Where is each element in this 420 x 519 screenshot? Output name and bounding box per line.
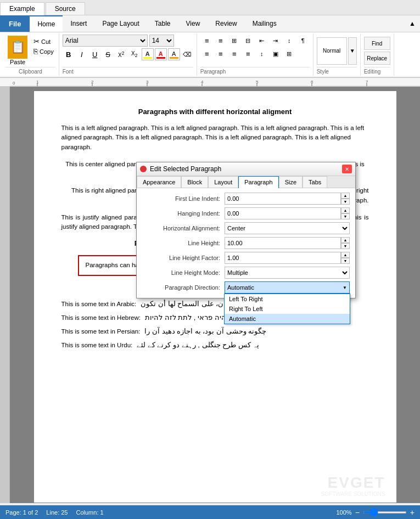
font-color-button[interactable]: A	[142, 48, 154, 60]
first-line-indent-up[interactable]: ▲	[341, 193, 350, 199]
page-indicator: Page: 1 of 2	[5, 509, 38, 516]
left-margin	[0, 87, 10, 503]
pilcrow-button[interactable]: ¶	[296, 35, 310, 47]
align-justify-button[interactable]: ≡	[242, 48, 255, 60]
copy-icon: ⎘	[33, 47, 38, 55]
hanging-indent-up[interactable]: ▲	[341, 207, 350, 213]
svg-text:6: 6	[311, 80, 313, 84]
list-unordered-button[interactable]: ≡	[200, 35, 214, 47]
style-normal-box[interactable]: Normal	[317, 37, 347, 65]
list-ordered-button[interactable]: ≡	[214, 35, 227, 47]
zoom-in-button[interactable]: +	[410, 508, 415, 517]
ribbon-collapse-button[interactable]: ▲	[405, 18, 420, 30]
hanging-indent-down[interactable]: ▼	[341, 213, 350, 219]
dropdown-option-left-to-right[interactable]: Left To Right	[225, 294, 350, 304]
tab-page-layout[interactable]: Page Layout	[94, 15, 147, 32]
highlight-button[interactable]: A	[168, 48, 180, 60]
first-line-indent-down[interactable]: ▼	[341, 199, 350, 205]
tab-source[interactable]: Source	[46, 2, 85, 15]
dialog-tab-tabs[interactable]: Tabs	[303, 176, 327, 188]
bidi-ltr-button[interactable]: ⇥	[269, 35, 282, 47]
hanging-indent-label: Hanging Indent:	[142, 210, 225, 217]
tab-mailings[interactable]: Mailings	[245, 15, 284, 32]
tab-review[interactable]: Review	[208, 15, 244, 32]
line-height-factor-up[interactable]: ▲	[341, 252, 350, 258]
line-height-factor-label: Line Height Factor:	[142, 255, 225, 261]
watermark: EVGET	[328, 474, 385, 492]
line-height-factor-input[interactable]	[225, 252, 341, 264]
dialog-tab-layout[interactable]: Layout	[208, 176, 238, 188]
paste-button[interactable]: 📋 Paste	[5, 35, 30, 66]
bidi-urdu-row: This is some text in Urdu: یہ کس طرح جنگ…	[61, 341, 369, 349]
dialog-red-dot	[140, 166, 147, 172]
shading-button[interactable]: ▣	[269, 48, 282, 60]
zoom-slider[interactable]	[363, 511, 407, 514]
dialog-tab-block[interactable]: Block	[181, 176, 208, 188]
font-color2-button[interactable]: A	[155, 48, 167, 60]
status-bar: Page: 1 of 2 Line: 25 Column: 1 100% − +	[0, 505, 420, 519]
align-left-button[interactable]: ≡	[200, 48, 214, 60]
svg-text:7: 7	[366, 80, 368, 84]
subscript-button[interactable]: X2	[128, 48, 141, 60]
dialog-tab-paragraph[interactable]: Paragraph	[238, 176, 278, 188]
align-center-button[interactable]: ≡	[214, 48, 227, 60]
underline-button[interactable]: U	[89, 48, 101, 60]
svg-text:3: 3	[146, 80, 149, 84]
dialog-body: First Line Indent: ▲ ▼ Hanging Indent: ▲…	[137, 188, 355, 298]
column-indicator: Column: 1	[76, 509, 103, 516]
align-right-button[interactable]: ≡	[228, 48, 241, 60]
font-name-select[interactable]: Arial	[63, 35, 148, 47]
dropdown-option-right-to-left[interactable]: Right To Left	[225, 304, 350, 314]
list-indent-button[interactable]: ⊞	[228, 35, 241, 47]
dialog-tab-appearance[interactable]: Appearance	[137, 176, 181, 188]
bidi-rtl-button[interactable]: ⇤	[255, 35, 268, 47]
tab-view[interactable]: View	[178, 15, 208, 32]
tab-home[interactable]: Home	[30, 15, 63, 32]
bold-button[interactable]: B	[63, 48, 75, 60]
style-dropdown-button[interactable]: ▼	[348, 37, 357, 65]
dialog-title-bar[interactable]: Edit Selected Paragraph ✕	[137, 162, 355, 176]
font-size-select[interactable]: 14	[149, 35, 174, 47]
line-height-input[interactable]	[225, 237, 341, 249]
ribbon: File Home Insert Page Layout Table View …	[0, 15, 420, 78]
superscript-button[interactable]: X2	[115, 48, 127, 60]
line-height-factor-down[interactable]: ▼	[341, 258, 350, 264]
sort-button[interactable]: ↕	[283, 35, 296, 47]
svg-text:1: 1	[36, 80, 39, 84]
cut-button[interactable]: ✂ Cut	[32, 37, 55, 46]
paragraph-direction-dropdown[interactable]: Left To Right Right To Left Automatic	[224, 294, 350, 324]
borders-button[interactable]: ⊞	[283, 48, 296, 60]
clipboard-group: 📋 Paste ✂ Cut ⎘ Copy Clipboard	[2, 33, 59, 76]
strikethrough-button[interactable]: S	[102, 48, 114, 60]
list-outdent-button[interactable]: ⊟	[242, 35, 255, 47]
line-indicator: Line: 25	[46, 509, 68, 516]
tab-insert[interactable]: Insert	[63, 15, 94, 32]
first-line-indent-input[interactable]	[225, 193, 341, 205]
line-height-label: Line Height:	[142, 240, 225, 246]
tab-example[interactable]: Example	[0, 2, 44, 15]
file-button[interactable]: File	[0, 15, 30, 32]
find-button[interactable]: Find	[364, 37, 390, 50]
hanging-indent-input[interactable]	[225, 207, 341, 219]
line-height-mode-select[interactable]: Multiple Fixed At Least	[225, 267, 350, 279]
line-spacing-button[interactable]: ↕	[255, 48, 268, 60]
line-height-down[interactable]: ▼	[341, 243, 350, 249]
paragraph-group: ≡ ≡ ⊞ ⊟ ⇤ ⇥ ↕ ¶ ≡ ≡ ≡ ≡ ↕ ▣ ⊞ Paragraph	[197, 33, 313, 76]
font-group: Arial 14 B I U S X2 X2 A A	[59, 33, 197, 76]
line-height-up[interactable]: ▲	[341, 237, 350, 243]
dialog-close-button[interactable]: ✕	[342, 165, 352, 173]
italic-button[interactable]: I	[76, 48, 88, 60]
dropdown-option-automatic[interactable]: Automatic	[225, 314, 350, 324]
horizontal-alignment-select[interactable]: Center Left Right Justify	[225, 222, 350, 234]
svg-text:5: 5	[256, 80, 259, 84]
horizontal-alignment-label: Horizontal Alignment:	[142, 225, 225, 232]
scissors-icon: ✂	[33, 37, 40, 46]
paragraph-direction-selected[interactable]: Automatic ▼	[225, 281, 350, 294]
clear-format-button[interactable]: ⌫	[181, 48, 193, 60]
copy-button[interactable]: ⎘ Copy	[32, 47, 55, 56]
zoom-out-button[interactable]: −	[355, 508, 360, 517]
dialog-tab-size[interactable]: Size	[279, 176, 303, 188]
replace-button[interactable]: Replace	[364, 52, 390, 65]
editing-group: Find Replace Editing	[361, 33, 394, 76]
tab-table[interactable]: Table	[147, 15, 178, 32]
